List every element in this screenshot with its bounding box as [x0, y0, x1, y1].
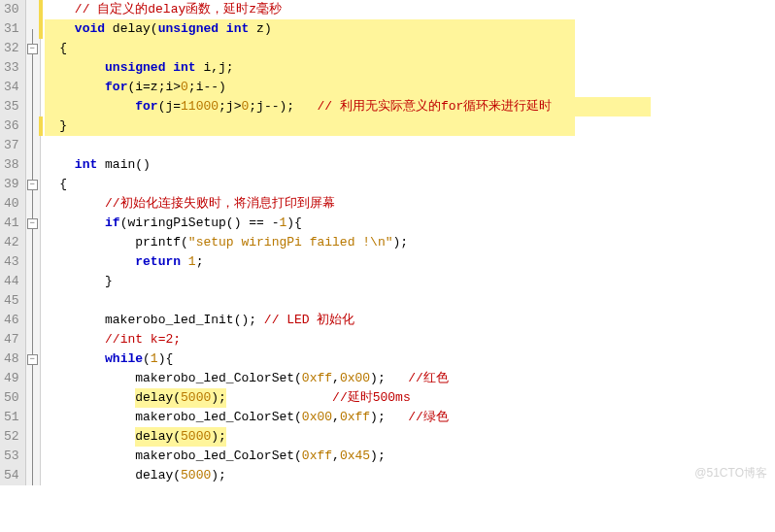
code-line: //初始化连接失败时，将消息打印到屏幕 [41, 194, 775, 214]
code-line: makerobo_led_ColorSet(0xff,0x00); //红色 [41, 369, 775, 388]
line-number: 45 [4, 291, 19, 311]
line-number: 35 [4, 97, 19, 116]
line-number: 32 [4, 39, 19, 58]
code-line: } [41, 116, 775, 136]
line-number: 39 [4, 175, 19, 194]
line-number: 47 [4, 330, 19, 349]
code-line: printf("setup wiringPi failed !\n"); [41, 233, 775, 252]
fold-toggle[interactable]: − [27, 44, 38, 54]
code-line: delay(5000); [41, 427, 775, 447]
line-number: 48 [4, 349, 19, 369]
code-editor: 3031323334353637383940414243444546474849… [0, 0, 775, 485]
line-number: 38 [4, 155, 19, 175]
code-line: delay(5000); //延时500ms [41, 388, 775, 408]
code-line: //int k=2; [41, 330, 775, 349]
line-number: 53 [4, 447, 19, 466]
line-number: 51 [4, 408, 19, 427]
fold-gutter: −−−− [26, 0, 41, 485]
code-line: while(1){ [41, 349, 775, 369]
fold-toggle[interactable]: − [27, 180, 38, 190]
code-line: return 1; [41, 252, 775, 272]
line-number: 31 [4, 19, 19, 39]
fold-toggle[interactable]: − [27, 354, 38, 365]
code-line: for(j=11000;j>0;j--); // 利用无实际意义的for循环来进… [41, 97, 775, 116]
code-line: int main() [41, 155, 775, 175]
code-line: makerobo_led_ColorSet(0x00,0xff); //绿色 [41, 408, 775, 427]
code-line: // 自定义的delay函数，延时z毫秒 [41, 0, 775, 19]
line-number: 34 [4, 78, 19, 97]
code-line: { [41, 39, 775, 58]
line-number: 50 [4, 388, 19, 408]
code-area: // 自定义的delay函数，延时z毫秒 void delay(unsigned… [41, 0, 775, 485]
line-number: 44 [4, 272, 19, 291]
code-line: { [41, 175, 775, 194]
line-number: 54 [4, 466, 19, 485]
line-number: 49 [4, 369, 19, 388]
watermark-text: @51CTO博客 [694, 465, 767, 482]
line-number: 46 [4, 311, 19, 330]
code-line: } [41, 272, 775, 291]
code-line: makerobo_led_Init(); // LED 初始化 [41, 311, 775, 330]
code-line: void delay(unsigned int z) [41, 19, 775, 39]
line-number: 33 [4, 58, 19, 78]
line-number: 42 [4, 233, 19, 252]
code-line: for(i=z;i>0;i--) [41, 78, 775, 97]
line-number: 37 [4, 136, 19, 155]
change-marker [39, 0, 43, 19]
change-marker [39, 116, 43, 136]
code-line: makerobo_led_ColorSet(0xff,0x45); [41, 447, 775, 466]
code-line: if(wiringPiSetup() == -1){ [41, 214, 775, 233]
line-number: 30 [4, 0, 19, 19]
code-line [41, 136, 775, 155]
line-number: 41 [4, 214, 19, 233]
line-number-gutter: 3031323334353637383940414243444546474849… [0, 0, 26, 485]
line-number: 40 [4, 194, 19, 214]
code-line: unsigned int i,j; [41, 58, 775, 78]
fold-toggle[interactable]: − [27, 218, 38, 229]
code-line: delay(5000); [41, 466, 775, 485]
code-line [41, 291, 775, 311]
change-marker [39, 19, 43, 39]
line-number: 43 [4, 252, 19, 272]
line-number: 36 [4, 116, 19, 136]
line-number: 52 [4, 427, 19, 447]
